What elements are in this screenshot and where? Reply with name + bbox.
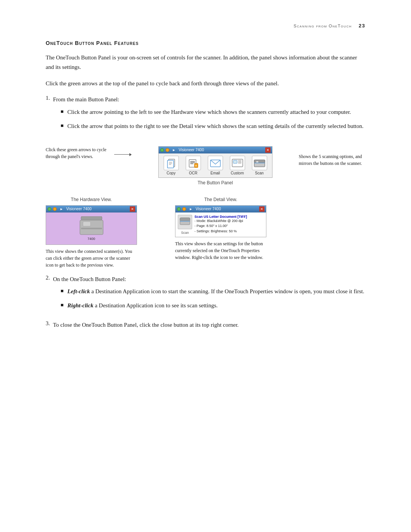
- sim-dot-green: [160, 148, 164, 152]
- sim-detail-mode: - Mode: Black&White @ 200 dpi: [194, 219, 247, 224]
- sim-titlebar-left: ► Visioneer 7400: [160, 148, 204, 152]
- svg-rect-17: [254, 160, 265, 162]
- sim-titlebar: ► Visioneer 7400 ✕: [159, 147, 272, 153]
- scan-label: Scan: [255, 171, 264, 175]
- bullet-text-2: Click the arrow that points to the right…: [67, 121, 363, 131]
- sim-hw-body: 7400: [46, 212, 137, 244]
- bullet4-suffix: a Destination Application icon to see it…: [93, 302, 218, 308]
- bullet-text-3: Left-click a Destination Application ico…: [67, 287, 364, 296]
- custom-label: Custom: [231, 171, 244, 175]
- sub-list-2: ■ Left-click a Destination Application i…: [53, 287, 364, 310]
- detail-view-block: The Detail View. ► Visioneer 7400 ✕: [175, 197, 266, 261]
- scan-icon: [253, 158, 266, 168]
- svg-rect-22: [83, 222, 91, 226]
- sim-hw-title: Visioneer 7400: [66, 207, 92, 211]
- detail-view-desc: This view shows the scan settings for th…: [175, 240, 266, 261]
- numbered-list: 1. From the main Button Panel: ■ Click t…: [46, 95, 365, 135]
- section-label: Scanning from OneTouch: [294, 24, 352, 28]
- list-item-2: 2. On the OneTouch Button Panel: ■ Left-…: [46, 275, 365, 315]
- list-text-2: On the OneTouch Button Panel:: [53, 276, 126, 282]
- detail-view-label: The Detail View.: [204, 197, 237, 202]
- sim-dot-orange: [166, 148, 169, 152]
- custom-icon: [231, 158, 244, 168]
- sim-hw-dot-green: [48, 207, 51, 211]
- email-icon: [210, 158, 221, 168]
- panel-image-container: ► Visioneer 7400 ✕: [139, 146, 291, 185]
- sim-btn-copy[interactable]: Copy: [164, 156, 179, 175]
- scanner-figure: 7400: [79, 216, 104, 241]
- list-item-3: 3. To close the OneTouch Button Panel, c…: [46, 320, 365, 330]
- paragraph-2: Click the green arrows at the top of the…: [46, 79, 365, 88]
- copy-icon: [166, 158, 176, 168]
- sim-hw-arrow: ►: [60, 207, 63, 211]
- sim-detail-icon-box: [178, 215, 192, 229]
- bullet-item-2: ■ Click the arrow that points to the rig…: [53, 121, 363, 131]
- panel-caption: The Button Panel: [198, 180, 233, 185]
- paragraph-1: The OneTouch Button Panel is your on-scr…: [46, 53, 365, 72]
- sim-detail-dot-green: [177, 207, 181, 211]
- custom-icon-box: [230, 156, 245, 170]
- svg-rect-14: [238, 160, 241, 161]
- callout-right: Shows the 5 scanning options, and mirror…: [299, 146, 365, 167]
- sim-btn-custom[interactable]: Custom: [230, 156, 245, 175]
- scan-icon-box: [252, 156, 267, 170]
- sim-detail-titlebar: ► Visioneer 7400 ✕: [175, 206, 266, 212]
- sim-hw-close-btn[interactable]: ✕: [130, 206, 135, 212]
- numbered-list-2: 2. On the OneTouch Button Panel: ■ Left-…: [46, 275, 365, 315]
- bullet-item-4: ■ Right-click a Destination Application …: [53, 301, 364, 310]
- left-click-prefix: Left-click: [67, 288, 90, 294]
- scanner-label: 7400: [88, 237, 95, 241]
- bullet-icon-2: ■: [61, 123, 64, 129]
- callout-left-text: Click these green arrows to cycle throug…: [46, 147, 107, 159]
- svg-rect-20: [81, 216, 102, 220]
- two-views-row: The Hardware View. ► Visioneer 7400 ✕: [46, 197, 365, 268]
- bullet-item-3: ■ Left-click a Destination Application i…: [53, 287, 364, 296]
- hardware-view-label: The Hardware View.: [71, 197, 112, 202]
- sim-detail-close-btn[interactable]: ✕: [259, 206, 264, 212]
- sim-hw-titlebar-left: ► Visioneer 7400: [48, 207, 91, 211]
- list-number-3: 3.: [46, 320, 50, 327]
- email-icon-box: [208, 156, 223, 170]
- bullet-icon-4: ■: [61, 302, 64, 308]
- sim-detail-panel: ► Visioneer 7400 ✕: [175, 205, 266, 237]
- callout-right-text: Shows the 5 scanning options, and mirror…: [299, 154, 362, 166]
- sim-detail-titlebar-left: ► Visioneer 7400: [177, 207, 221, 211]
- svg-rect-13: [233, 160, 237, 163]
- svg-rect-23: [81, 228, 102, 229]
- sim-detail-settings: - Settings: Brightness: 50 %: [194, 229, 247, 234]
- bullet-icon-3: ■: [61, 288, 64, 294]
- sim-detail-page: - Page: 8.50" x 11.00": [194, 224, 247, 229]
- sim-close-button[interactable]: ✕: [265, 147, 271, 153]
- arrow-connector: [114, 146, 132, 156]
- sim-detail-scan-block: Scan: [178, 215, 192, 235]
- sim-btn-scan[interactable]: Scan: [252, 156, 267, 175]
- sim-detail-body: Scan Scan US Letter Document [TIFF] - Mo…: [175, 212, 266, 237]
- sim-detail-arrow: ►: [189, 207, 193, 211]
- svg-rect-15: [238, 162, 241, 163]
- svg-rect-18: [256, 161, 258, 163]
- right-click-prefix: Right-click: [67, 302, 93, 308]
- ocr-icon: A: [188, 158, 199, 168]
- sim-btn-ocr[interactable]: A OCR: [186, 156, 201, 175]
- callout-left: Click these green arrows to cycle throug…: [46, 146, 107, 160]
- bullet-icon-1: ■: [61, 109, 64, 115]
- list-number-1: 1.: [46, 95, 50, 101]
- hardware-view-desc: This view shows the connected scanner(s)…: [46, 248, 137, 268]
- page-header: Scanning from OneTouch 23: [46, 23, 365, 29]
- svg-text:A: A: [195, 165, 197, 167]
- ocr-icon-box: A: [186, 156, 201, 170]
- hardware-view-block: The Hardware View. ► Visioneer 7400 ✕: [46, 197, 137, 268]
- sim-detail-dot-orange: [182, 207, 186, 211]
- list-text-3: To close the OneTouch Button Panel, clic…: [53, 320, 239, 330]
- svg-rect-1: [167, 160, 174, 168]
- bullet-text-1: Click the arrow pointing to the left to …: [67, 107, 351, 117]
- email-label: Email: [210, 171, 220, 175]
- sim-hardware-panel: ► Visioneer 7400 ✕ 7400: [46, 205, 137, 245]
- detail-scan-icon: [179, 216, 191, 228]
- bullet3-suffix: a Destination Application icon to start …: [90, 288, 364, 294]
- sim-btn-email[interactable]: Email: [208, 156, 223, 175]
- sim-hw-titlebar: ► Visioneer 7400 ✕: [46, 206, 137, 212]
- page: Scanning from OneTouch 23 OneTouch Butto…: [0, 0, 411, 532]
- sim-detail-scan-title: Scan US Letter Document [TIFF]: [194, 215, 247, 219]
- ocr-label: OCR: [189, 171, 197, 175]
